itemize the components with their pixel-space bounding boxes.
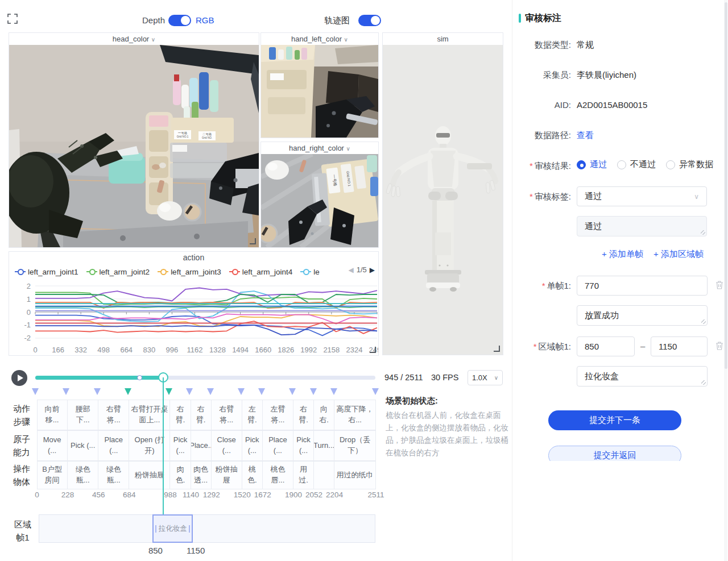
table-cell[interactable]: 右臂. xyxy=(293,400,314,430)
result-radio-option[interactable]: 不通过 xyxy=(617,159,656,170)
region-frame-note[interactable]: 拉化妆盒 xyxy=(577,366,708,387)
table-cell[interactable]: Place (... xyxy=(98,431,129,460)
segment-marker[interactable] xyxy=(258,388,265,395)
play-button[interactable] xyxy=(11,370,27,386)
segment-marker[interactable] xyxy=(63,388,69,395)
single-frame-label-text: 单帧1: xyxy=(547,281,571,290)
progress-slider[interactable] xyxy=(35,376,375,380)
legend-item-le[interactable]: le xyxy=(300,268,320,276)
hand-right-camera-title[interactable]: hand_right_color ∨ xyxy=(261,142,378,154)
table-cell[interactable]: 桃色. xyxy=(242,462,263,489)
resize-handle-icon[interactable] xyxy=(250,238,256,244)
segment-marker[interactable] xyxy=(166,388,172,395)
data-path-link[interactable]: 查看 xyxy=(577,130,594,141)
table-cell[interactable]: Drop（丢下） xyxy=(334,431,376,460)
table-cell[interactable]: Move (... xyxy=(37,431,68,460)
legend-prev-icon[interactable]: ◀ xyxy=(348,266,353,274)
legend-item-left_arm_joint1[interactable]: left_arm_joint1 xyxy=(15,268,78,276)
delete-single-frame-icon[interactable] xyxy=(715,280,724,290)
table-cell[interactable]: 左臂. xyxy=(242,400,263,430)
resize-handle-icon[interactable] xyxy=(370,347,376,353)
table-cell[interactable]: 向前移... xyxy=(37,400,68,430)
table-cell[interactable]: 用过. xyxy=(293,462,314,489)
resize-grip-icon[interactable] xyxy=(701,380,706,385)
table-cell[interactable]: 粉饼抽屉 xyxy=(212,462,242,489)
table-cell[interactable]: Close (... xyxy=(212,431,242,460)
add-region-frame-button[interactable]: + 添加区域帧 xyxy=(653,249,704,260)
legend-item-left_arm_joint2[interactable]: left_arm_joint2 xyxy=(86,268,150,276)
head-camera-title[interactable]: head_color ∨ xyxy=(9,33,259,45)
segment-marker[interactable] xyxy=(289,388,296,395)
result-radio-option[interactable]: 异常数据 xyxy=(666,159,713,170)
speed-select[interactable]: 1.0X ∨ xyxy=(468,370,503,385)
segment-marker[interactable] xyxy=(32,388,39,395)
review-tag-note[interactable]: 通过 xyxy=(577,216,707,236)
resize-grip-icon[interactable] xyxy=(701,319,706,324)
joint-trajectory-chart[interactable]: 210-1-2016633249866483099611621328149416… xyxy=(9,278,378,355)
resize-handle-icon[interactable] xyxy=(494,346,500,352)
table-cell[interactable]: Turn... xyxy=(314,431,334,460)
table-cell[interactable]: 腰部下... xyxy=(68,400,98,430)
table-cell[interactable]: 粉饼抽屉 xyxy=(129,462,170,489)
table-cell[interactable]: Pick (... xyxy=(293,431,314,460)
review-tag-select[interactable]: 通过 ∨ xyxy=(577,186,707,206)
fullscreen-icon[interactable] xyxy=(7,14,18,24)
depth-rgb-toggle[interactable] xyxy=(168,15,191,26)
table-cell[interactable] xyxy=(314,462,334,489)
table-cell[interactable]: Pick (... xyxy=(171,431,191,460)
segment-marker[interactable] xyxy=(125,388,131,395)
trajectory-toggle[interactable] xyxy=(358,15,381,26)
add-single-frame-button[interactable]: + 添加单帧 xyxy=(602,249,643,260)
result-radio-selected[interactable]: 通过 xyxy=(577,159,607,170)
legend-item-label: left_arm_joint3 xyxy=(171,268,221,276)
segment-right-grip[interactable] xyxy=(189,525,190,533)
segment-marker[interactable] xyxy=(94,388,101,395)
table-cell[interactable]: 肉色透... xyxy=(191,462,212,489)
segment-marker[interactable] xyxy=(372,388,379,395)
table-cell[interactable]: Open (打开) xyxy=(129,431,170,460)
radio-circle-icon[interactable] xyxy=(617,160,626,169)
resize-grip-icon[interactable] xyxy=(701,230,705,235)
segment-marker[interactable] xyxy=(330,388,337,395)
single-frame-input[interactable]: 770 xyxy=(577,276,708,296)
table-cell[interactable]: 用过的纸巾 xyxy=(334,462,376,489)
hand-left-camera-title[interactable]: hand_left_color ∨ xyxy=(261,33,378,45)
table-cell[interactable]: Pick (... xyxy=(242,431,263,460)
table-cell[interactable]: 右臂将... xyxy=(98,400,129,430)
table-cell[interactable]: 左臂将... xyxy=(263,400,293,430)
table-cell[interactable]: 右臂. xyxy=(171,400,191,430)
table-cell[interactable]: 右臂将... xyxy=(212,400,242,430)
table-cell[interactable]: 绿色瓶... xyxy=(98,462,129,489)
radio-circle-icon[interactable] xyxy=(577,160,586,169)
scrollbar-track[interactable] xyxy=(724,0,727,561)
table-cell[interactable]: 绿色瓶... xyxy=(68,462,98,489)
legend-item-left_arm_joint3[interactable]: left_arm_joint3 xyxy=(158,268,221,276)
submit-back-button[interactable]: 提交并返回 xyxy=(548,446,681,461)
table-cell[interactable]: Pick (... xyxy=(68,431,98,460)
table-cell[interactable]: Place.. xyxy=(191,431,212,460)
radio-circle-icon[interactable] xyxy=(666,160,675,169)
segment-marker[interactable] xyxy=(186,388,193,395)
segment-left-grip[interactable] xyxy=(155,525,156,533)
table-cell[interactable]: B户型房间 xyxy=(37,462,68,489)
region-start-input[interactable]: 850 xyxy=(577,336,635,356)
table-cell[interactable]: 右臂打开桌面上... xyxy=(129,400,170,430)
table-cell[interactable]: 向右. xyxy=(314,400,334,430)
delete-region-frame-icon[interactable] xyxy=(715,341,724,351)
region-segment[interactable]: 拉化妆盒 xyxy=(152,514,193,543)
segment-marker[interactable] xyxy=(207,388,214,395)
table-cell[interactable]: 桃色唇... xyxy=(263,462,293,489)
table-cell[interactable]: 高度下降，右... xyxy=(334,400,376,430)
table-cell[interactable]: 肉色. xyxy=(171,462,191,489)
segment-marker[interactable] xyxy=(310,388,317,395)
single-frame-note[interactable]: 放置成功 xyxy=(577,305,708,326)
table-cell[interactable]: Place (... xyxy=(263,431,293,460)
segment-marker[interactable] xyxy=(238,388,245,395)
legend-next-icon[interactable]: ▶ xyxy=(370,266,375,274)
legend-item-left_arm_joint4[interactable]: left_arm_joint4 xyxy=(229,268,293,276)
scrollbar-thumb[interactable] xyxy=(725,2,727,369)
region-end-input[interactable]: 1150 xyxy=(651,336,708,356)
table-cell[interactable]: 右臂. xyxy=(191,400,212,430)
submit-next-button[interactable]: 提交并下一条 xyxy=(548,410,681,430)
region-track-bar[interactable] xyxy=(39,514,375,543)
